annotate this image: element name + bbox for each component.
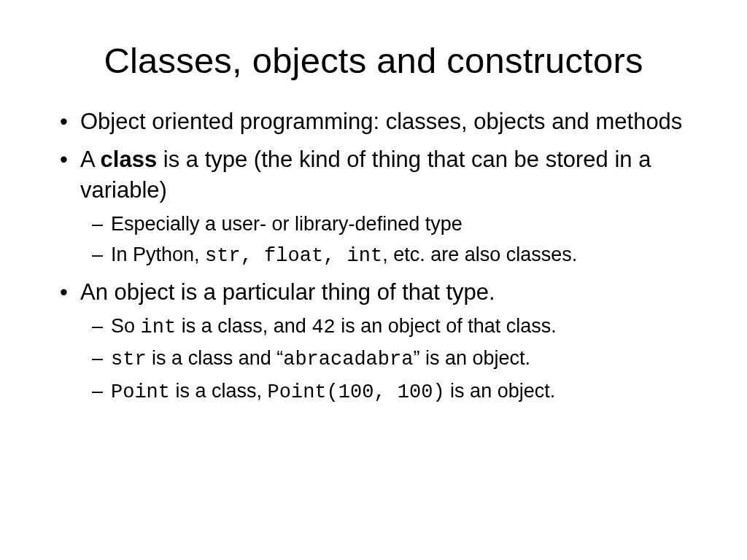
bullet-text-post: is a type (the kind of thing that can be… — [80, 147, 651, 203]
code-text: Point — [111, 381, 170, 403]
sub-bullet-text-pre: In Python, — [111, 244, 205, 265]
bullet-text: Object oriented programming: classes, ob… — [80, 109, 682, 134]
sub-bullet-text-post: is an object. — [445, 380, 556, 402]
sub-bullet-item: Point is a class, Point(100, 100) is an … — [111, 377, 703, 406]
bullet-item: A class is a type (the kind of thing tha… — [80, 144, 703, 270]
bullet-text: An object is a particular thing of that … — [80, 279, 495, 305]
bullet-text-pre: A — [80, 147, 101, 172]
sub-bullet-text-mid: is a class, and — [176, 315, 311, 337]
sub-bullet-text-mid: is a class and “ — [147, 347, 284, 369]
sub-bullet-list: Especially a user- or library-defined ty… — [80, 210, 703, 271]
sub-bullet-text: Especially a user- or library-defined ty… — [111, 213, 462, 235]
sub-bullet-text-post: ” is an object. — [413, 347, 530, 369]
sub-bullet-list: So int is a class, and 42 is an object o… — [80, 312, 703, 406]
sub-bullet-item: In Python, str, float, int, etc. are als… — [111, 241, 703, 270]
sub-bullet-text-pre: So — [111, 315, 141, 337]
sub-bullet-text-mid: is a class, — [170, 380, 268, 402]
sub-bullet-item: So int is a class, and 42 is an object o… — [111, 312, 703, 341]
sub-bullet-item: str is a class and “abracadabra” is an o… — [111, 344, 703, 373]
sub-bullet-text-post: , etc. are also classes. — [382, 244, 577, 265]
slide: Classes, objects and constructors Object… — [0, 0, 747, 560]
sub-bullet-item: Especially a user- or library-defined ty… — [111, 210, 703, 238]
bullet-list: Object oriented programming: classes, ob… — [44, 106, 703, 406]
bullet-item: An object is a particular thing of that … — [80, 277, 703, 406]
code-text: int — [141, 316, 177, 338]
slide-title: Classes, objects and constructors — [44, 40, 703, 81]
code-text: str — [111, 349, 147, 370]
bullet-text-bold: class — [101, 147, 158, 172]
sub-bullet-text-post: is an object of that class. — [336, 315, 557, 337]
bullet-item: Object oriented programming: classes, ob… — [80, 106, 703, 137]
code-text: 42 — [311, 316, 335, 338]
code-text: Point(100, 100) — [268, 381, 445, 403]
code-text: str, float, int — [205, 245, 382, 267]
code-text: abracadabra — [283, 349, 413, 370]
